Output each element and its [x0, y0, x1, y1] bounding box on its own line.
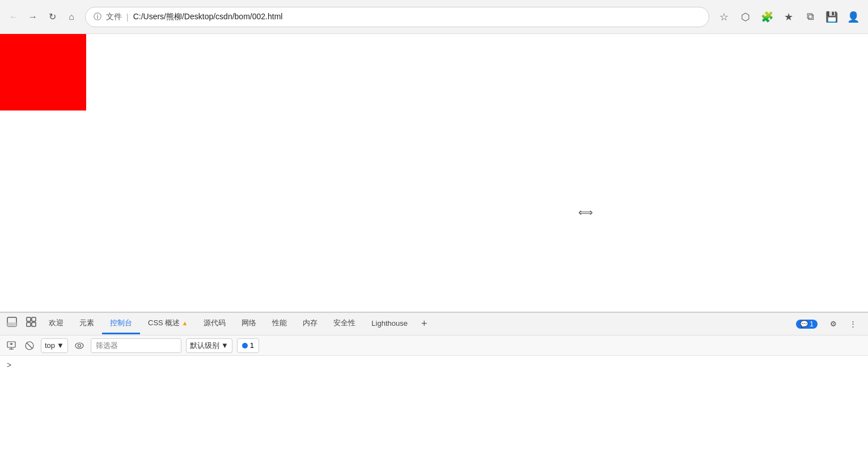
save-icon[interactable]: 💾 — [824, 9, 840, 25]
resize-cursor-indicator: ⟺ — [578, 206, 593, 219]
console-content: > — [0, 356, 868, 476]
extensions-icon[interactable]: 🧩 — [759, 9, 775, 25]
svg-rect-2 — [27, 317, 31, 321]
add-expression-button[interactable] — [5, 339, 18, 352]
devtools-settings-button[interactable]: ⚙ — [825, 317, 841, 330]
tab-elements[interactable]: 元素 — [71, 313, 102, 334]
separator: | — [126, 12, 129, 22]
level-dropdown-arrow-icon: ▼ — [221, 341, 228, 350]
tab-sources[interactable]: 源代码 — [196, 313, 234, 334]
devtools-right-icons: 💬1 ⚙ ⋮ — [791, 317, 866, 331]
svg-point-14 — [78, 344, 81, 347]
tab-network[interactable]: 网络 — [234, 313, 264, 334]
filter-input[interactable] — [91, 338, 181, 353]
eye-button[interactable] — [73, 339, 86, 352]
svg-rect-3 — [32, 317, 36, 321]
clear-console-button[interactable] — [23, 339, 36, 352]
nav-buttons: ← → ↻ ⌂ — [7, 10, 78, 24]
info-icon: ⓘ — [94, 12, 101, 22]
favorites-star-icon[interactable]: ☆ — [716, 9, 732, 25]
tab-css-overview[interactable]: CSS 概述 — [140, 313, 196, 334]
svg-rect-4 — [27, 322, 31, 326]
more-icon: ⋮ — [849, 320, 857, 328]
svg-rect-5 — [32, 322, 36, 326]
file-label: 文件 — [106, 12, 122, 22]
toolbar-icons: ☆ ⬡ 🧩 ★ ⧉ 💾 👤 — [716, 9, 861, 25]
back-button[interactable]: ← — [7, 10, 20, 24]
tab-console[interactable]: 控制台 — [102, 313, 140, 334]
svg-point-13 — [75, 343, 83, 348]
tab-security[interactable]: 安全性 — [325, 313, 363, 334]
add-tab-button[interactable]: + — [416, 316, 433, 332]
tab-lighthouse[interactable]: Lighthouse — [363, 314, 416, 334]
message-count-label: 1 — [250, 341, 254, 350]
red-box — [0, 34, 86, 110]
context-dropdown[interactable]: top ▼ — [41, 338, 68, 353]
page-content: ⟺ — [0, 34, 868, 312]
devtools-more-button[interactable]: ⋮ — [845, 317, 861, 330]
default-level-label: 默认级别 — [190, 341, 219, 351]
console-chevron-icon[interactable]: > — [7, 360, 11, 369]
collections-icon[interactable]: ⧉ — [802, 9, 818, 25]
split-screen-icon[interactable]: ⬡ — [738, 9, 753, 25]
console-message-badge: 💬1 — [796, 320, 818, 329]
console-prompt-row: > — [0, 358, 868, 372]
profile-icon[interactable]: 👤 — [845, 9, 861, 25]
browser-chrome: ← → ↻ ⌂ ⓘ 文件 | C:/Users/熊柳/Desktop/csdn/… — [0, 0, 868, 34]
tab-welcome[interactable]: 欢迎 — [41, 313, 71, 334]
favorites-bar-icon[interactable]: ★ — [781, 9, 797, 25]
home-button[interactable]: ⌂ — [65, 10, 78, 24]
top-label: top — [45, 341, 55, 350]
tab-performance[interactable]: 性能 — [264, 313, 295, 334]
svg-rect-1 — [7, 322, 16, 326]
url-text: C:/Users/熊柳/Desktop/csdn/bom/002.html — [133, 12, 701, 22]
tab-dock-icon[interactable] — [2, 314, 22, 333]
devtools-panel: 欢迎 元素 控制台 CSS 概述 源代码 网络 性能 内存 安全性 Lighth… — [0, 312, 868, 476]
dropdown-arrow-icon: ▼ — [57, 341, 64, 350]
settings-icon: ⚙ — [830, 320, 837, 328]
address-bar[interactable]: ⓘ 文件 | C:/Users/熊柳/Desktop/csdn/bom/002.… — [85, 7, 709, 27]
log-level-dropdown[interactable]: 默认级别 ▼ — [186, 338, 232, 353]
console-count-badge[interactable]: 💬1 — [791, 317, 822, 331]
devtools-tabs: 欢迎 元素 控制台 CSS 概述 源代码 网络 性能 内存 安全性 Lighth… — [0, 313, 868, 335]
console-toolbar: top ▼ 默认级别 ▼ 1 — [0, 335, 868, 356]
message-count-badge[interactable]: 1 — [237, 338, 259, 353]
forward-button[interactable]: → — [26, 10, 40, 24]
tab-memory[interactable]: 内存 — [295, 313, 325, 334]
refresh-button[interactable]: ↻ — [45, 10, 59, 24]
message-dot-icon — [242, 343, 248, 348]
svg-line-12 — [27, 343, 32, 348]
tab-undock-icon[interactable] — [22, 314, 41, 333]
